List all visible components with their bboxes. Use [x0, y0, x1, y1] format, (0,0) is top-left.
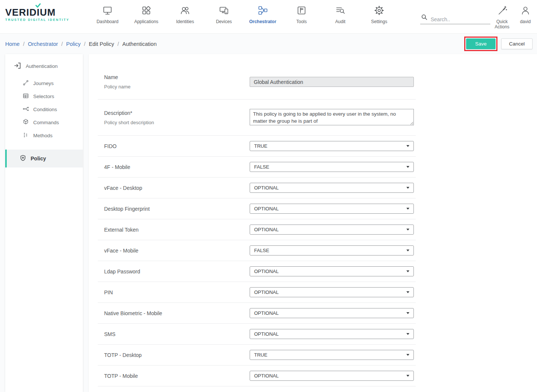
- conditions-icon: [22, 106, 29, 113]
- nav-label: Settings: [360, 19, 399, 24]
- field-label: vFace - Desktop: [104, 185, 250, 191]
- sidebar-item-methods[interactable]: Methods: [5, 129, 83, 142]
- quick-actions-button[interactable]: Quick Actions: [490, 0, 514, 33]
- sidebar-item-commands[interactable]: Commands: [5, 116, 83, 129]
- policy-name-input[interactable]: [250, 77, 414, 87]
- dropdown-value: OPTIONAL: [254, 206, 279, 211]
- dropdown-value: OPTIONAL: [254, 227, 279, 232]
- nav-label: Orchestrator: [243, 19, 282, 24]
- dropdown-value: OPTIONAL: [254, 269, 279, 274]
- dropdown-select[interactable]: OPTIONAL: [250, 204, 414, 214]
- sidebar-item-conditions[interactable]: Conditions: [5, 103, 83, 116]
- breadcrumb-authentication: Authentication: [122, 41, 157, 47]
- settings-icon: [374, 11, 385, 17]
- devices-icon: [218, 11, 230, 17]
- orchestrator-icon: [257, 11, 268, 17]
- chevron-down-icon: [406, 375, 409, 377]
- dropdown-select[interactable]: TRUE: [250, 350, 414, 360]
- search-input[interactable]: [431, 16, 490, 22]
- field-label: FIDO: [104, 143, 250, 149]
- nav-item-devices[interactable]: Devices: [205, 0, 243, 33]
- user-label: david: [514, 19, 537, 24]
- breadcrumb-separator: /: [61, 41, 63, 47]
- form-row: SMS OPTIONAL: [98, 324, 416, 345]
- field-label: TOTP - Desktop: [104, 352, 250, 358]
- sidebar-section-authentication[interactable]: Authentication: [5, 56, 83, 77]
- breadcrumb-edit-policy: Edit Policy: [89, 41, 114, 47]
- dropdown-select[interactable]: OPTIONAL: [250, 308, 414, 318]
- nav-item-settings[interactable]: Settings: [360, 0, 399, 33]
- sidebar-item-journeys[interactable]: Journeys: [5, 77, 83, 90]
- nav-item-identities[interactable]: Identities: [166, 0, 205, 33]
- login-icon: [13, 62, 22, 71]
- nav-item-dashboard[interactable]: Dashboard: [88, 0, 127, 33]
- form-row: Desktop Fingerprint OPTIONAL: [98, 198, 416, 219]
- sidebar-item-label: Commands: [33, 120, 59, 125]
- breadcrumb-separator: /: [23, 41, 25, 47]
- nav-item-tools[interactable]: Tools: [282, 0, 321, 33]
- magic-wand-icon: [496, 11, 508, 17]
- chevron-down-icon: [406, 145, 409, 147]
- breadcrumb: Home / Orchestrator / Policy / Edit Poli…: [5, 41, 157, 47]
- chevron-down-icon: [406, 333, 409, 335]
- form-row: vFace - Desktop OPTIONAL: [98, 178, 416, 198]
- dropdown-select[interactable]: FALSE: [250, 162, 414, 172]
- breadcrumb-home[interactable]: Home: [5, 41, 20, 47]
- chevron-down-icon: [406, 187, 409, 189]
- form-row: Native Biometric - Mobile OPTIONAL: [98, 303, 416, 324]
- main-panel: Name Policy name Description* Policy sho…: [89, 54, 537, 392]
- dropdown-rows: FIDO TRUE 4F - Mobile: [98, 136, 416, 386]
- sidebar-item-label: Policy: [31, 156, 46, 161]
- dropdown-value: TRUE: [254, 352, 267, 358]
- methods-icon: [22, 132, 29, 139]
- form-row-description: Description* Policy short description Th…: [98, 100, 416, 136]
- dropdown-value: OPTIONAL: [254, 185, 279, 191]
- identities-icon: [179, 11, 191, 17]
- sidebar-item-label: Methods: [33, 133, 53, 138]
- audit-icon: [335, 11, 346, 17]
- dropdown-select[interactable]: OPTIONAL: [250, 371, 414, 381]
- nav-label: Dashboard: [88, 19, 127, 24]
- breadcrumb-policy[interactable]: Policy: [66, 41, 81, 47]
- dropdown-select[interactable]: OPTIONAL: [250, 266, 414, 276]
- name-label: Name: [104, 74, 250, 80]
- sidebar-item-policy[interactable]: Policy: [5, 150, 83, 167]
- field-label: TOTP - Mobile: [104, 373, 250, 379]
- dropdown-select[interactable]: TRUE: [250, 141, 414, 151]
- user-icon: [520, 11, 531, 17]
- dropdown-select[interactable]: OPTIONAL: [250, 329, 414, 339]
- dropdown-select[interactable]: OPTIONAL: [250, 287, 414, 297]
- nav-item-applications[interactable]: Applications: [127, 0, 166, 33]
- dropdown-select[interactable]: FALSE: [250, 245, 414, 255]
- dropdown-value: OPTIONAL: [254, 373, 279, 379]
- cancel-button[interactable]: Cancel: [501, 38, 533, 49]
- nav-label: Devices: [205, 19, 243, 24]
- breadcrumb-orchestrator[interactable]: Orchestrator: [28, 41, 58, 47]
- dropdown-select[interactable]: OPTIONAL: [250, 183, 414, 193]
- nav-item-orchestrator[interactable]: Orchestrator: [243, 0, 282, 33]
- description-sublabel: Policy short description: [104, 120, 250, 125]
- nav-item-audit[interactable]: Audit: [321, 0, 360, 33]
- field-label: Desktop Fingerprint: [104, 206, 250, 212]
- sidebar-item-selectors[interactable]: Selectors: [5, 90, 83, 103]
- save-button[interactable]: Save: [466, 38, 496, 49]
- sidebar-item-label: Journeys: [33, 81, 54, 86]
- save-highlight-annotation: Save: [464, 37, 497, 51]
- commands-icon: [22, 119, 29, 126]
- breadcrumb-separator: /: [84, 41, 85, 47]
- nav-label: Audit: [321, 19, 360, 24]
- form-row: Ldap Password OPTIONAL: [98, 261, 416, 282]
- user-menu[interactable]: david: [514, 0, 537, 33]
- nav-label: Identities: [166, 19, 205, 24]
- chevron-down-icon: [406, 250, 409, 251]
- selectors-icon: [22, 92, 29, 100]
- policy-description-textarea[interactable]: This policy is going to be applied to ev…: [250, 109, 414, 125]
- search-box: [420, 13, 490, 24]
- dropdown-select[interactable]: OPTIONAL: [250, 225, 414, 235]
- tools-icon: [296, 11, 307, 17]
- dropdown-value: OPTIONAL: [254, 289, 279, 295]
- sidebar-item-label: Conditions: [33, 107, 57, 112]
- brand-name: VERIDIUM: [5, 7, 74, 17]
- field-label: External Token: [104, 227, 250, 233]
- dashboard-icon: [102, 11, 113, 17]
